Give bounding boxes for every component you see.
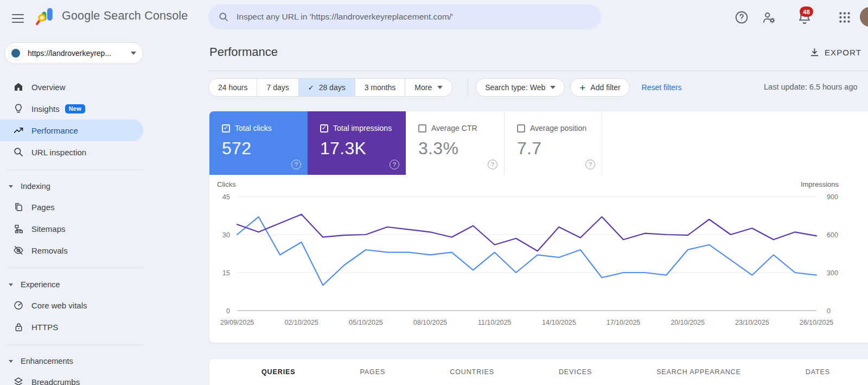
metric-value: 7.7 bbox=[517, 138, 602, 159]
chip-more[interactable]: More bbox=[405, 79, 452, 96]
metric-total-impressions[interactable]: ✓ Total impressions 17.3K ? bbox=[308, 111, 406, 175]
account-avatar[interactable] bbox=[860, 7, 868, 27]
chevron-down-icon bbox=[9, 360, 13, 363]
svg-text:29/09/2025: 29/09/2025 bbox=[220, 319, 254, 326]
tab-countries[interactable]: COUNTRIES bbox=[450, 368, 494, 376]
svg-text:17/10/2025: 17/10/2025 bbox=[607, 319, 641, 326]
svg-text:23/10/2025: 23/10/2025 bbox=[735, 319, 769, 326]
checkbox-checked-icon[interactable]: ✓ bbox=[320, 124, 328, 132]
metric-tiles: ✓ Total clicks 572 ? ✓ Total impressions… bbox=[209, 111, 868, 175]
user-settings-icon[interactable] bbox=[761, 10, 776, 25]
chevron-down-icon bbox=[437, 86, 443, 89]
divider bbox=[208, 71, 868, 71]
svg-text:02/10/2025: 02/10/2025 bbox=[284, 319, 318, 326]
tab-search-appearance[interactable]: SEARCH APPEARANCE bbox=[656, 368, 741, 376]
section-experience[interactable]: Experience bbox=[0, 275, 152, 294]
help-icon[interactable]: ? bbox=[488, 160, 497, 169]
svg-text:11/10/2025: 11/10/2025 bbox=[478, 319, 512, 326]
property-favicon bbox=[9, 47, 22, 60]
metric-value: 17.3K bbox=[320, 138, 406, 159]
add-filter-button[interactable]: + Add filter bbox=[570, 78, 629, 97]
section-indexing[interactable]: Indexing bbox=[0, 176, 152, 196]
property-selector[interactable]: https://landroverkeyrep... bbox=[4, 42, 143, 64]
metric-average-position[interactable]: Average position 7.7 ? bbox=[504, 111, 602, 175]
svg-text:0: 0 bbox=[226, 307, 230, 315]
svg-text:900: 900 bbox=[827, 193, 838, 201]
check-icon: ✓ bbox=[308, 84, 314, 92]
url-inspect-searchbar[interactable] bbox=[208, 4, 601, 29]
lock-icon bbox=[13, 321, 24, 332]
home-icon bbox=[13, 81, 24, 92]
chevron-down-icon bbox=[9, 283, 13, 286]
trending-up-icon bbox=[13, 125, 24, 136]
section-enhancements[interactable]: Enhancements bbox=[0, 351, 152, 371]
breadcrumbs-icon bbox=[13, 376, 24, 385]
sidebar-item-url-inspection[interactable]: URL inspection bbox=[0, 141, 143, 163]
metric-value: 572 bbox=[222, 138, 308, 159]
help-icon[interactable]: ? bbox=[390, 160, 399, 169]
sidebar-item-label: Insights bbox=[31, 104, 60, 113]
search-console-logo-icon bbox=[36, 6, 55, 26]
lightbulb-icon bbox=[13, 103, 24, 114]
chip-28-days[interactable]: ✓ 28 days bbox=[298, 79, 355, 96]
svg-text:05/10/2025: 05/10/2025 bbox=[349, 319, 383, 326]
svg-text:600: 600 bbox=[827, 231, 838, 239]
sidebar-item-overview[interactable]: Overview bbox=[0, 76, 143, 98]
pages-icon bbox=[13, 201, 24, 212]
sidebar-item-https[interactable]: HTTPS bbox=[0, 316, 143, 338]
sidebar-item-core-web-vitals[interactable]: Core web vitals bbox=[0, 294, 143, 316]
app-title: Google Search Console bbox=[62, 9, 188, 23]
checkbox-unchecked-icon[interactable] bbox=[517, 124, 525, 132]
plus-icon: + bbox=[579, 83, 585, 93]
checkbox-unchecked-icon[interactable] bbox=[418, 124, 426, 132]
chevron-down-icon bbox=[131, 52, 136, 55]
sidebar-item-removals[interactable]: Removals bbox=[0, 239, 143, 261]
reset-filters-link[interactable]: Reset filters bbox=[642, 83, 682, 92]
sidebar-item-label: URL inspection bbox=[31, 148, 86, 157]
sidebar-item-performance[interactable]: Performance bbox=[0, 119, 143, 141]
last-update-text: Last update: 6.5 hours ago bbox=[764, 83, 858, 91]
gauge-icon bbox=[13, 300, 24, 311]
menu-icon[interactable] bbox=[11, 10, 25, 23]
performance-chart: 45900306001530000ClicksImpressions29/09/… bbox=[209, 175, 868, 342]
help-icon[interactable] bbox=[734, 10, 749, 25]
tab-devices[interactable]: DEVICES bbox=[559, 368, 592, 376]
divider bbox=[468, 79, 468, 96]
sidebar-item-pages[interactable]: Pages bbox=[0, 196, 143, 218]
top-header: Google Search Console bbox=[0, 0, 868, 34]
export-button[interactable]: EXPORT bbox=[809, 47, 861, 58]
chip-3-months[interactable]: 3 months bbox=[355, 79, 405, 96]
svg-text:20/10/2025: 20/10/2025 bbox=[671, 319, 705, 326]
tab-pages[interactable]: PAGES bbox=[360, 368, 386, 376]
app-logo[interactable]: Google Search Console bbox=[36, 6, 188, 26]
sidebar-item-breadcrumbs[interactable]: Breadcrumbs bbox=[0, 371, 143, 385]
tab-queries[interactable]: QUERIES bbox=[261, 368, 296, 376]
sidebar-item-insights[interactable]: Insights New bbox=[0, 98, 143, 119]
svg-text:Impressions: Impressions bbox=[801, 180, 839, 188]
download-icon bbox=[809, 47, 820, 58]
new-badge: New bbox=[65, 104, 85, 113]
chip-24-hours[interactable]: 24 hours bbox=[209, 79, 257, 96]
search-input[interactable] bbox=[237, 12, 591, 22]
sidebar-item-sitemaps[interactable]: Sitemaps bbox=[0, 218, 143, 239]
metric-average-ctr[interactable]: Average CTR 3.3% ? bbox=[406, 111, 504, 175]
svg-text:300: 300 bbox=[827, 269, 838, 277]
apps-grid-icon[interactable] bbox=[837, 10, 852, 25]
metric-total-clicks[interactable]: ✓ Total clicks 572 ? bbox=[209, 111, 308, 175]
eye-off-icon bbox=[13, 245, 24, 256]
help-icon[interactable]: ? bbox=[585, 160, 595, 169]
performance-card: ✓ Total clicks 572 ? ✓ Total impressions… bbox=[209, 111, 868, 343]
clicks-impressions-chart: 45900306001530000ClicksImpressions29/09/… bbox=[209, 175, 868, 342]
dimensions-card: QUERIES PAGES COUNTRIES DEVICES SEARCH A… bbox=[209, 359, 868, 385]
search-icon bbox=[218, 11, 229, 22]
checkbox-checked-icon[interactable]: ✓ bbox=[222, 124, 230, 132]
magnifier-icon bbox=[13, 147, 24, 157]
notifications-badge: 48 bbox=[800, 7, 813, 17]
svg-text:0: 0 bbox=[827, 307, 831, 315]
svg-text:45: 45 bbox=[222, 193, 230, 201]
svg-text:14/10/2025: 14/10/2025 bbox=[542, 319, 576, 326]
help-icon[interactable]: ? bbox=[291, 160, 301, 169]
search-type-chip[interactable]: Search type: Web bbox=[476, 78, 565, 97]
chip-7-days[interactable]: 7 days bbox=[257, 79, 298, 96]
tab-dates[interactable]: DATES bbox=[806, 368, 830, 376]
